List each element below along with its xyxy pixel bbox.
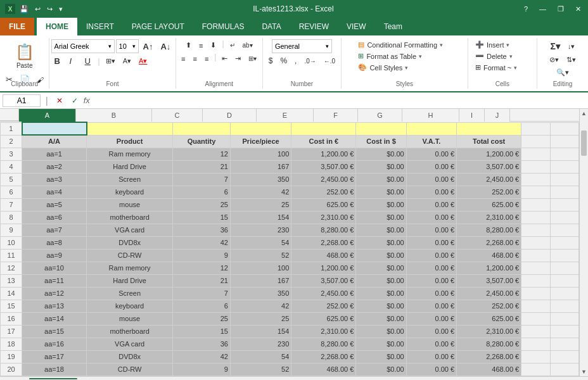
cell-B3[interactable]: Ram memory xyxy=(87,148,173,160)
underline-btn[interactable]: U xyxy=(82,54,96,68)
increase-indent-btn[interactable]: ⇥ xyxy=(232,53,244,65)
help-btn[interactable]: ? xyxy=(522,4,530,15)
cell-H4[interactable]: 3,507.00 € xyxy=(457,160,521,173)
cell-B2[interactable]: Product xyxy=(87,135,173,148)
currency-btn[interactable]: $ xyxy=(265,54,276,67)
comma-btn[interactable]: , xyxy=(291,54,300,67)
cell-G2[interactable]: V.A.T. xyxy=(406,135,456,148)
formula-input[interactable] xyxy=(93,95,585,106)
col-header-F[interactable]: F xyxy=(314,109,358,122)
cell-D4[interactable]: 167 xyxy=(230,160,291,173)
increase-font-btn[interactable]: A↑ xyxy=(140,40,157,53)
minimize-btn[interactable]: — xyxy=(537,4,548,15)
sum-btn[interactable]: Σ▾ xyxy=(547,39,563,53)
fill-btn[interactable]: ↓▾ xyxy=(565,39,578,53)
row-num-2[interactable]: 2 xyxy=(1,135,22,148)
scroll-track[interactable] xyxy=(580,118,588,367)
cell-B1[interactable] xyxy=(87,122,173,135)
font-size-dropdown[interactable]: ▾ xyxy=(132,43,136,49)
cell-E2[interactable]: Cost in € xyxy=(291,135,356,148)
clear-btn[interactable]: ⊘▾ xyxy=(546,54,562,66)
tab-page-layout[interactable]: PAGE LAYOUT xyxy=(123,18,193,35)
tab-insert[interactable]: INSERT xyxy=(77,18,123,35)
customize-quick-btn[interactable]: ▾ xyxy=(57,4,65,15)
cell-C1[interactable] xyxy=(173,122,231,135)
cell-I2[interactable] xyxy=(521,135,550,148)
col-header-I[interactable]: I xyxy=(459,109,485,122)
maximize-btn[interactable]: ❐ xyxy=(556,4,566,15)
cell-H3[interactable]: 1,200.00 € xyxy=(457,148,521,160)
cell-D1[interactable] xyxy=(230,122,291,135)
decrease-decimal-btn[interactable]: ←.0 xyxy=(321,56,338,66)
delete-btn[interactable]: ➖ Delete ▾ xyxy=(471,51,534,61)
close-btn[interactable]: ✕ xyxy=(573,4,583,15)
border-btn[interactable]: ⊞▾ xyxy=(103,55,118,67)
redo-quick-btn[interactable]: ↪ xyxy=(45,4,54,15)
cell-F2[interactable]: Cost in $ xyxy=(356,135,406,148)
cell-C2[interactable]: Quantity xyxy=(173,135,231,148)
tab-home[interactable]: HOME xyxy=(37,18,77,35)
tab-team[interactable]: Team xyxy=(375,18,411,35)
cell-A1[interactable] xyxy=(22,122,87,135)
col-header-C[interactable]: C xyxy=(152,109,203,122)
cancel-formula-btn[interactable]: ✕ xyxy=(53,94,66,107)
cell-A3[interactable]: aa=1 xyxy=(22,148,87,160)
col-header-B[interactable]: B xyxy=(76,109,152,122)
cell-A2[interactable]: A/A xyxy=(22,135,87,148)
align-bottom-btn[interactable]: ⬇ xyxy=(207,39,219,51)
format-as-table-btn[interactable]: ⊞ Format as Table ▾ xyxy=(354,51,455,61)
cell-J1[interactable] xyxy=(550,122,578,135)
col-header-A[interactable]: A xyxy=(19,109,76,122)
cell-F4[interactable]: $0.00 xyxy=(356,160,406,173)
cell-I3[interactable] xyxy=(521,148,550,160)
font-name-box[interactable]: Arial Greek ▾ xyxy=(51,39,115,53)
scroll-up-btn[interactable]: ▲ xyxy=(580,109,588,118)
align-middle-btn[interactable]: ≡ xyxy=(196,39,206,51)
cell-F1[interactable] xyxy=(356,122,406,135)
cell-H1[interactable] xyxy=(457,122,521,135)
cell-J2[interactable] xyxy=(550,135,578,148)
paste-btn[interactable]: 📋 Paste xyxy=(11,39,39,72)
font-name-dropdown[interactable]: ▾ xyxy=(108,43,112,49)
conditional-formatting-btn[interactable]: ▤ Conditional Formatting ▾ xyxy=(354,39,455,50)
align-right-btn[interactable]: ≡ xyxy=(201,53,212,65)
cell-I1[interactable] xyxy=(521,122,550,135)
confirm-formula-btn[interactable]: ✓ xyxy=(68,94,81,107)
row-num-4[interactable]: 4 xyxy=(1,160,22,173)
col-header-J[interactable]: J xyxy=(485,109,510,122)
col-header-D[interactable]: D xyxy=(203,109,257,122)
percent-btn[interactable]: % xyxy=(277,54,290,67)
sort-filter-btn[interactable]: ⇅▾ xyxy=(563,54,579,66)
cell-D3[interactable]: 100 xyxy=(230,148,291,160)
font-size-box[interactable]: 10 ▾ xyxy=(116,39,139,53)
cell-E4[interactable]: 3,507.00 € xyxy=(291,160,356,173)
col-header-H[interactable]: H xyxy=(402,109,459,122)
save-quick-btn[interactable]: 💾 xyxy=(18,4,30,15)
cell-J3[interactable] xyxy=(550,148,578,160)
merge-cells-btn[interactable]: ⊞▾ xyxy=(245,53,260,65)
row-num-3[interactable]: 3 xyxy=(1,148,22,160)
font-color-btn[interactable]: A▾ xyxy=(136,55,150,67)
orientation-btn[interactable]: ab▾ xyxy=(240,39,256,51)
insert-btn[interactable]: ➕ Insert ▾ xyxy=(471,39,534,50)
decrease-font-btn[interactable]: A↓ xyxy=(157,40,174,53)
scroll-thumb[interactable] xyxy=(581,130,587,156)
cell-styles-btn[interactable]: 🎨 Cell Styles ▾ xyxy=(354,62,455,73)
align-left-btn[interactable]: ≡ xyxy=(178,53,188,65)
tab-data[interactable]: DATA xyxy=(253,18,290,35)
cell-H2[interactable]: Total cost xyxy=(457,135,521,148)
scroll-down-btn[interactable]: ▼ xyxy=(580,367,588,376)
italic-btn[interactable]: I xyxy=(67,54,80,68)
number-format-dropdown[interactable]: ▾ xyxy=(326,43,329,49)
cell-A4[interactable]: aa=2 xyxy=(22,160,87,173)
tab-review[interactable]: REVIEW xyxy=(290,18,338,35)
increase-decimal-btn[interactable]: .0→ xyxy=(301,56,319,66)
cell-D2[interactable]: Price/piece xyxy=(230,135,291,148)
cell-C4[interactable]: 21 xyxy=(173,160,231,173)
cell-G4[interactable]: 0.00 € xyxy=(406,160,456,173)
find-select-btn[interactable]: 🔍▾ xyxy=(553,66,572,79)
align-center-btn[interactable]: ≡ xyxy=(190,53,200,65)
tab-formulas[interactable]: FORMULAS xyxy=(193,18,253,35)
wrap-text-btn[interactable]: ↵ xyxy=(227,39,238,51)
format-btn[interactable]: ⊞ Format ~ ▾ xyxy=(471,62,534,73)
